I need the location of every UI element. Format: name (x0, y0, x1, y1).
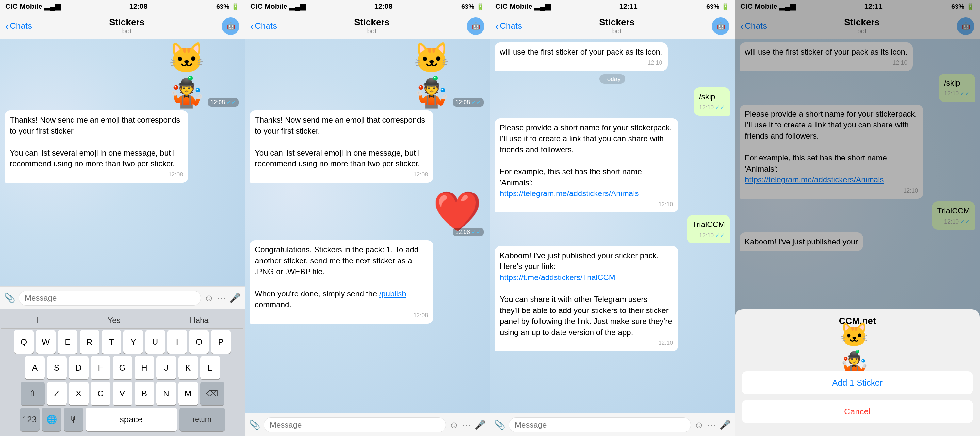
bubble-received-2a: Thanks! Now send me an emoji that corres… (250, 110, 433, 183)
key-globe[interactable]: 🌐 (42, 407, 61, 431)
check-icon-2: ✓✓ (471, 99, 481, 106)
key-u[interactable]: U (145, 330, 165, 354)
back-button-1[interactable]: ‹ Chats (5, 21, 32, 32)
sticker-icon-1[interactable]: ☺ (204, 293, 214, 303)
key-y[interactable]: Y (124, 330, 143, 354)
key-x[interactable]: X (69, 382, 89, 405)
nav-title-1: Stickers (32, 17, 222, 27)
carrier-2: CIC Mobile (250, 2, 288, 11)
bubble-row-received-1: Thanks! Now send me an emoji that corres… (5, 110, 240, 183)
key-space[interactable]: space (86, 407, 177, 431)
suggestion-i[interactable]: I (29, 315, 45, 326)
key-shift[interactable]: ⇧ (21, 382, 45, 405)
key-n[interactable]: N (156, 382, 176, 405)
bubble-row-3e: Kaboom! I've just published your sticker… (495, 246, 730, 351)
key-d[interactable]: D (69, 356, 89, 380)
avatar-1[interactable]: 🤖 (222, 17, 239, 35)
battery-3: 63% (706, 3, 719, 10)
key-b[interactable]: B (135, 382, 154, 405)
keyboard-row-4: 123 🌐 🎙 space return (1, 407, 243, 431)
mic-icon-2[interactable]: 🎤 (474, 419, 486, 430)
key-g[interactable]: G (113, 356, 132, 380)
key-c[interactable]: C (91, 382, 110, 405)
bubble-time-received-1: 12:08 (10, 171, 183, 179)
add-sticker-button-4[interactable]: Add 1 Sticker (741, 371, 973, 394)
key-j[interactable]: J (156, 356, 176, 380)
publish-link[interactable]: /publish (379, 289, 406, 298)
mic-icon-1[interactable]: 🎤 (229, 292, 241, 303)
keyboard-1: I Yes Haha Q W E R T Y U I O P A S D F G… (0, 309, 245, 436)
key-return[interactable]: return (179, 407, 225, 431)
status-bar-1: CIC Mobile ▂▄▆ 12:08 63% 🔋 (0, 0, 245, 13)
back-arrow-icon-1: ‹ (5, 21, 8, 32)
key-i[interactable]: I (167, 330, 187, 354)
keyboard-row-3: ⇧ Z X C V B N M ⌫ (1, 382, 243, 405)
key-v[interactable]: V (113, 382, 132, 405)
key-h[interactable]: H (135, 356, 154, 380)
bubble-3e: Kaboom! I've just published your sticker… (495, 246, 678, 351)
input-bar-2: 📎 ☺ ⋯ 🎤 (245, 413, 490, 436)
cancel-button-4[interactable]: Cancel (741, 400, 973, 423)
panel-3: CIC Mobile ▂▄▆ 12:11 63% 🔋 ‹ Chats Stick… (490, 0, 735, 436)
bubble-text-3c: Please provide a short name for your sti… (500, 123, 672, 198)
bubble-text-2b: Congratulations. Stickers in the pack: 1… (255, 245, 418, 309)
sticker-icon-3[interactable]: ☺ (694, 420, 704, 430)
avatar-3[interactable]: 🤖 (712, 17, 729, 35)
dots-icon-2[interactable]: ⋯ (462, 419, 471, 430)
battery-icon-2: 🔋 (476, 3, 484, 10)
bubble-time-3c: 12:10 (500, 200, 673, 209)
mic-icon-3[interactable]: 🎤 (719, 419, 731, 430)
attach-icon-3[interactable]: 📎 (494, 419, 505, 430)
dots-icon-1[interactable]: ⋯ (217, 292, 226, 303)
keyboard-suggestions-1: I Yes Haha (1, 312, 243, 329)
key-l[interactable]: L (200, 356, 220, 380)
signal-icon-3: ▂▄▆ (535, 2, 551, 11)
status-bar-2: CIC Mobile ▂▄▆ 12:08 63% 🔋 (245, 0, 490, 13)
key-e[interactable]: E (58, 330, 78, 354)
chat-area-3: will use the first sticker of your pack … (490, 39, 735, 413)
key-o[interactable]: O (189, 330, 209, 354)
nav-center-2: Stickers bot (277, 17, 467, 35)
trialccm-link-3[interactable]: https://t.me/addstickers/TrialCCM (500, 273, 616, 282)
key-a[interactable]: A (25, 356, 45, 380)
key-t[interactable]: T (102, 330, 121, 354)
key-z[interactable]: Z (47, 382, 67, 405)
dots-icon-3[interactable]: ⋯ (707, 419, 716, 430)
key-f[interactable]: F (91, 356, 110, 380)
status-left-1: CIC Mobile ▂▄▆ (5, 2, 60, 11)
attach-icon-2[interactable]: 📎 (249, 419, 260, 430)
back-button-3[interactable]: ‹ Chats (495, 21, 522, 32)
message-input-2[interactable] (264, 417, 446, 433)
animals-link-3[interactable]: https://telegram.me/addstickers/Animals (500, 189, 639, 198)
nav-subtitle-2: bot (277, 27, 467, 35)
key-m[interactable]: M (178, 382, 198, 405)
back-button-2[interactable]: ‹ Chats (250, 21, 277, 32)
suggestion-haha[interactable]: Haha (183, 315, 215, 326)
message-input-3[interactable] (509, 417, 691, 433)
key-123[interactable]: 123 (20, 407, 40, 431)
key-q[interactable]: Q (14, 330, 33, 354)
modal-overlay-4[interactable]: CCM.net 🐱🤹 Add 1 Sticker Cancel (735, 0, 980, 436)
battery-icon-1: 🔋 (231, 3, 239, 10)
bubble-text-1: Thanks! Now send me an emoji that corres… (10, 115, 180, 168)
key-s[interactable]: S (47, 356, 67, 380)
status-bar-3: CIC Mobile ▂▄▆ 12:11 63% 🔋 (490, 0, 735, 13)
avatar-2[interactable]: 🤖 (467, 17, 484, 35)
bubble-received-1: Thanks! Now send me an emoji that corres… (5, 110, 188, 183)
key-delete[interactable]: ⌫ (200, 382, 224, 405)
attach-icon-1[interactable]: 📎 (4, 292, 15, 303)
sticker-sent-2: 🐱🤹 12:08 ✓✓ (413, 43, 485, 108)
time-3: 12:11 (619, 2, 637, 11)
suggestion-yes[interactable]: Yes (101, 315, 127, 326)
message-input-1[interactable] (19, 291, 201, 306)
bubble-row-3a: will use the first sticker of your pack … (495, 43, 730, 71)
bubble-row-3b: /skip 12:10 ✓✓ (495, 87, 730, 116)
key-k[interactable]: K (178, 356, 198, 380)
time-received-1: 12:08 (168, 171, 183, 179)
key-w[interactable]: W (36, 330, 56, 354)
nav-bar-3: ‹ Chats Stickers bot 🤖 (490, 13, 735, 39)
key-r[interactable]: R (80, 330, 99, 354)
key-mic[interactable]: 🎙 (64, 407, 83, 431)
sticker-icon-2[interactable]: ☺ (449, 420, 459, 430)
key-p[interactable]: P (211, 330, 231, 354)
